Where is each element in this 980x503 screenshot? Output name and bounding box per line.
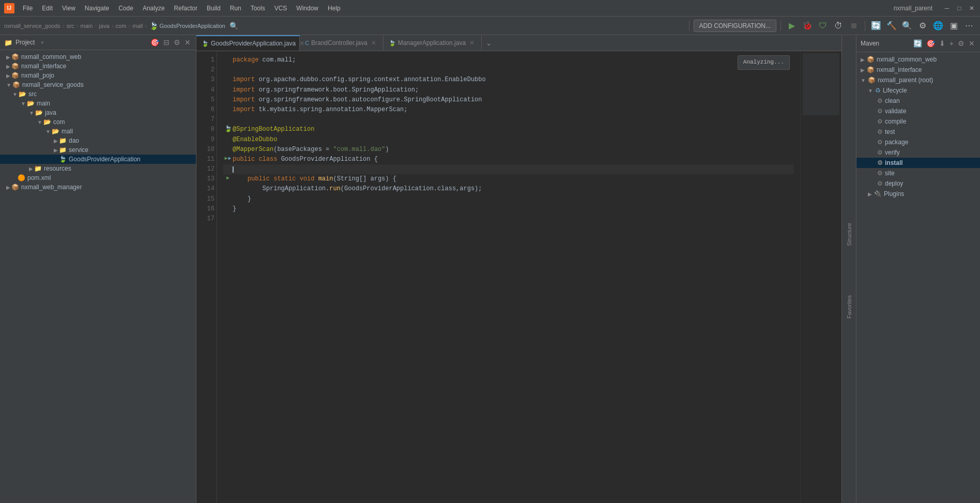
- tree-item-nxmall-pojo[interactable]: ▶ 📦 nxmall_pojo: [0, 71, 196, 80]
- settings-icon[interactable]: ⚙: [173, 37, 181, 48]
- tree-item-src[interactable]: ▼ 📂 src: [0, 89, 196, 99]
- toolbar-separator-2: [780, 21, 781, 31]
- code-editor[interactable]: 1 2 3 4 5 6 7 8 9 10 11 12 13 14 15 16 1…: [196, 51, 841, 503]
- maven-item-validate[interactable]: ⚙ validate: [856, 106, 980, 116]
- menu-build[interactable]: Build: [203, 3, 225, 14]
- menu-analyze[interactable]: Analyze: [139, 3, 169, 14]
- more-button[interactable]: ⋯: [962, 19, 976, 33]
- tab-manager-app[interactable]: 🍃 ManagerApplication.java ✕: [384, 36, 482, 50]
- menu-window[interactable]: Window: [292, 3, 323, 14]
- gutter-8: 🍃: [223, 125, 233, 134]
- menu-tools[interactable]: Tools: [247, 3, 269, 14]
- maven-item-verify[interactable]: ⚙ verify: [856, 147, 980, 158]
- hide-panel-icon[interactable]: ✕: [183, 37, 192, 48]
- maven-item-test[interactable]: ⚙ test: [856, 127, 980, 137]
- build-project-button[interactable]: 🔨: [885, 19, 898, 33]
- favorites-label[interactable]: Favorites: [844, 291, 854, 323]
- run-config-button[interactable]: ADD CONFIGURATION...: [694, 20, 776, 32]
- breadcrumb-src[interactable]: src: [67, 23, 74, 29]
- tree-item-nxmall-web-manager[interactable]: ▶ 📦 nxmall_web_manager: [0, 182, 196, 192]
- breadcrumb-java[interactable]: java: [99, 23, 109, 29]
- tree-item-goods-provider-app[interactable]: ▶ 🍃 GoodsProviderApplication: [0, 155, 196, 164]
- maven-collapse-icon[interactable]: ✕: [968, 38, 976, 49]
- maven-folder-icon: 📦: [867, 66, 875, 73]
- settings-button[interactable]: ⚙: [916, 19, 929, 33]
- run-main-icon[interactable]: ▶: [226, 174, 229, 182]
- maven-item-package[interactable]: ⚙ package: [856, 137, 980, 147]
- menu-code[interactable]: Code: [114, 3, 137, 14]
- tree-item-dao[interactable]: ▶ 📁 dao: [0, 136, 196, 145]
- breadcrumb-main[interactable]: main: [81, 23, 93, 29]
- menu-navigate[interactable]: Navigate: [81, 3, 113, 14]
- breadcrumb-service-goods[interactable]: nxmall_service_goods: [4, 23, 60, 29]
- maven-item-deploy[interactable]: ⚙ deploy: [856, 178, 980, 189]
- menu-refactor[interactable]: Refactor: [170, 3, 202, 14]
- menu-edit[interactable]: Edit: [38, 3, 57, 14]
- tree-item-resources[interactable]: ▶ 📁 resources: [0, 164, 196, 173]
- locate-icon[interactable]: 🎯: [149, 37, 160, 48]
- gutter-13: ▶: [223, 174, 233, 182]
- spring-icon: 🍃: [202, 40, 209, 47]
- sync-button[interactable]: 🔄: [869, 19, 883, 33]
- tree-item-pom-xml[interactable]: ▶ 🟠 pom.xml: [0, 173, 196, 182]
- run-class-icon[interactable]: ▶: [224, 155, 227, 163]
- collapse-icon[interactable]: ⊟: [162, 37, 171, 48]
- maven-item-lifecycle[interactable]: ▼ ♻ Lifecycle: [856, 85, 980, 96]
- tab-brand-controller[interactable]: C BrandController.java ✕: [300, 36, 384, 50]
- breadcrumb-class[interactable]: GoodsProviderApplication: [160, 23, 225, 29]
- structure-label[interactable]: Structure: [844, 219, 854, 250]
- tab-goods-provider-app[interactable]: 🍃 GoodsProviderApplication.java ✕: [196, 35, 300, 51]
- debug-class-icon[interactable]: ▶: [228, 155, 232, 163]
- menu-run[interactable]: Run: [226, 3, 246, 14]
- tabs-overflow-button[interactable]: ⌄: [482, 36, 496, 50]
- spring-run-icon[interactable]: 🍃: [224, 125, 232, 134]
- profile-button[interactable]: ⏱: [832, 19, 845, 33]
- layout-button[interactable]: ▣: [947, 19, 960, 33]
- tree-item-main[interactable]: ▼ 📂 main: [0, 99, 196, 108]
- maven-item-label: package: [885, 139, 908, 146]
- breadcrumb-mall[interactable]: mall: [132, 23, 143, 29]
- menu-help[interactable]: Help: [324, 3, 345, 14]
- maven-add-icon[interactable]: +: [948, 38, 955, 49]
- tree-item-nxmall-interface[interactable]: ▶ 📦 nxmall_interface: [0, 62, 196, 71]
- maven-item-interface[interactable]: ▶ 📦 nxmall_interface: [856, 65, 980, 75]
- translate-button[interactable]: 🌐: [931, 19, 945, 33]
- maven-item-common-web[interactable]: ▶ 📦 nxmall_common_web: [856, 54, 980, 65]
- stop-button[interactable]: ⏹: [847, 19, 861, 33]
- maven-locate-icon[interactable]: 🎯: [925, 38, 936, 49]
- tree-item-service[interactable]: ▶ 📁 service: [0, 145, 196, 155]
- menu-file[interactable]: File: [19, 3, 37, 14]
- tree-item-service-goods[interactable]: ▼ 📦 nxmall_service_goods: [0, 80, 196, 89]
- maven-settings-icon[interactable]: ⚙: [957, 38, 966, 49]
- maven-refresh-icon[interactable]: 🔄: [912, 38, 923, 49]
- search-everywhere-button[interactable]: 🔍: [900, 19, 914, 33]
- maven-item-nxmall-parent[interactable]: ▼ 📦 nxmall_parent (root): [856, 75, 980, 85]
- maven-item-compile[interactable]: ⚙ compile: [856, 116, 980, 127]
- tree-item-mall[interactable]: ▼ 📂 mall: [0, 127, 196, 136]
- maven-item-clean[interactable]: ⚙ clean: [856, 96, 980, 106]
- tree-item-com[interactable]: ▼ 📂 com: [0, 117, 196, 127]
- maven-item-label: test: [885, 128, 895, 135]
- minimize-button[interactable]: ─: [943, 4, 951, 12]
- breadcrumb-search-icon[interactable]: 🔍: [229, 22, 238, 30]
- maximize-button[interactable]: □: [955, 4, 963, 12]
- code-content[interactable]: Analyzing... package com.mall; import or…: [217, 51, 800, 503]
- code-text-8: @SpringBootApplication: [233, 125, 314, 134]
- close-button[interactable]: ✕: [968, 4, 976, 12]
- tree-item-nxmall-common-web[interactable]: ▶ 📦 nxmall_common_web: [0, 52, 196, 62]
- breadcrumb-com[interactable]: com: [116, 23, 127, 29]
- run-button[interactable]: ▶: [785, 19, 799, 33]
- maven-item-site[interactable]: ⚙ site: [856, 168, 980, 178]
- module-icon: 📦: [11, 53, 19, 60]
- maven-download-icon[interactable]: ⬇: [938, 38, 946, 49]
- menu-vcs[interactable]: VCS: [270, 3, 292, 14]
- menu-view[interactable]: View: [58, 3, 80, 14]
- close-tab-brand-controller[interactable]: ✕: [370, 39, 378, 47]
- tree-item-java[interactable]: ▼ 📂 java: [0, 108, 196, 117]
- coverage-button[interactable]: 🛡: [816, 19, 830, 33]
- maven-item-plugins[interactable]: ▶ 🔌 Plugins: [856, 189, 980, 199]
- tab-label: ManagerApplication.java: [398, 39, 466, 47]
- maven-item-install[interactable]: ⚙ install: [856, 158, 980, 168]
- debug-button[interactable]: 🐞: [801, 19, 814, 33]
- close-tab-manager-app[interactable]: ✕: [468, 39, 476, 47]
